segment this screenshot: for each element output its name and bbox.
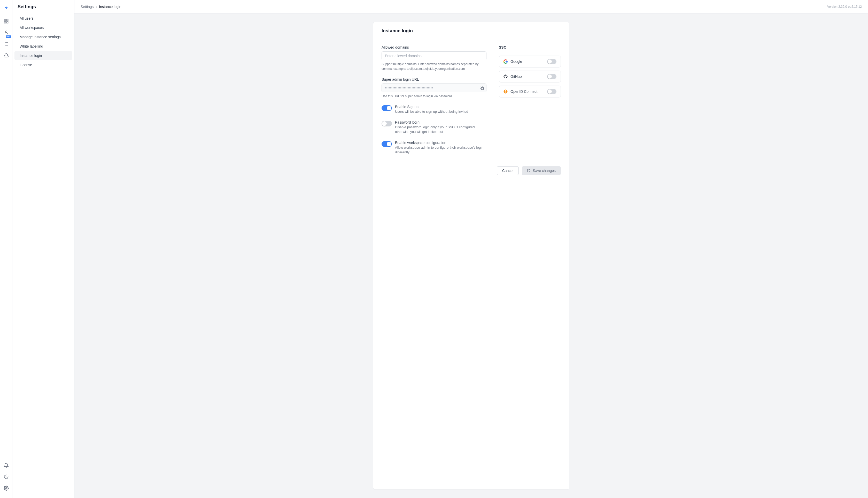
list-icon-button[interactable] bbox=[2, 39, 11, 49]
google-sso-toggle[interactable] bbox=[547, 59, 556, 64]
save-icon bbox=[527, 169, 531, 172]
breadcrumb: Settings › Instance login bbox=[81, 5, 121, 9]
version-text: Version 2.32.0-ee2.15.12 bbox=[827, 5, 862, 9]
password-login-desc: Disable password login only if your SSO … bbox=[395, 125, 486, 134]
sidebar-item-license[interactable]: License bbox=[14, 60, 72, 69]
github-sso-name: GitHub bbox=[511, 75, 522, 79]
sso-google-item: Google bbox=[499, 56, 561, 67]
svg-rect-1 bbox=[6, 19, 8, 21]
card-header: Instance login bbox=[373, 22, 569, 39]
url-field-wrap bbox=[382, 83, 486, 92]
toggle-workspace-config: Enable workspace configuration Allow wor… bbox=[382, 141, 486, 155]
main-content: Settings › Instance login Version 2.32.0… bbox=[74, 0, 868, 498]
users-icon-button[interactable]: Beta bbox=[2, 28, 11, 37]
workspace-config-toggle[interactable] bbox=[382, 141, 392, 147]
enable-signup-label: Enable Signup bbox=[395, 105, 468, 109]
content-area: Instance login Allowed domains Support m… bbox=[74, 13, 868, 498]
settings-icon-button[interactable] bbox=[2, 484, 11, 493]
sso-label: SSO bbox=[499, 45, 561, 49]
password-login-toggle[interactable] bbox=[382, 121, 392, 127]
enable-signup-desc: Users will be able to sign up without be… bbox=[395, 109, 468, 114]
sidebar-item-manage-instance[interactable]: Manage instance settings bbox=[14, 32, 72, 42]
openid-sso-toggle[interactable] bbox=[547, 89, 556, 94]
svg-point-4 bbox=[5, 31, 7, 32]
super-admin-url-hint: Use this URL for super admin to login vi… bbox=[382, 94, 486, 99]
bell-icon-button[interactable] bbox=[2, 461, 11, 470]
breadcrumb-parent[interactable]: Settings bbox=[81, 5, 94, 9]
super-admin-url-field: Super admin login URL Use this URL for s… bbox=[382, 77, 486, 99]
instance-login-card: Instance login Allowed domains Support m… bbox=[373, 22, 569, 490]
enable-signup-toggle[interactable] bbox=[382, 105, 392, 111]
openid-icon bbox=[503, 89, 508, 94]
workspace-config-desc: Allow workspace admin to configure their… bbox=[395, 145, 486, 155]
workspace-config-label: Enable workspace configuration bbox=[395, 141, 486, 145]
card-body: Allowed domains Support multiple domains… bbox=[373, 39, 569, 161]
sidebar-item-all-workspaces[interactable]: All workspaces bbox=[14, 23, 72, 32]
cancel-button[interactable]: Cancel bbox=[497, 166, 519, 175]
moon-icon-button[interactable] bbox=[2, 472, 11, 482]
svg-rect-3 bbox=[6, 22, 8, 23]
toggle-password-login: Password login Disable password login on… bbox=[382, 120, 486, 134]
github-icon bbox=[503, 74, 508, 79]
svg-rect-12 bbox=[481, 88, 484, 90]
google-sso-name: Google bbox=[511, 60, 522, 64]
grid-icon-button[interactable] bbox=[2, 16, 11, 26]
sidebar: Settings All users All workspaces Manage… bbox=[12, 0, 74, 498]
super-admin-url-label: Super admin login URL bbox=[382, 77, 486, 81]
openid-sso-name: OpenID Connect bbox=[511, 90, 537, 94]
beta-badge: Beta bbox=[6, 36, 11, 38]
sidebar-item-white-labelling[interactable]: White labelling bbox=[14, 42, 72, 51]
svg-point-11 bbox=[5, 488, 7, 489]
allowed-domains-label: Allowed domains bbox=[382, 45, 486, 49]
github-sso-toggle[interactable] bbox=[547, 74, 556, 79]
save-changes-label: Save changes bbox=[533, 169, 556, 173]
google-icon bbox=[503, 59, 508, 64]
breadcrumb-current: Instance login bbox=[99, 5, 121, 9]
logo-button[interactable] bbox=[2, 3, 11, 12]
card-footer: Cancel Save changes bbox=[373, 161, 569, 180]
svg-rect-0 bbox=[4, 19, 6, 21]
toggle-enable-signup: Enable Signup Users will be able to sign… bbox=[382, 105, 486, 114]
super-admin-url-input[interactable] bbox=[382, 83, 486, 92]
left-column: Allowed domains Support multiple domains… bbox=[382, 45, 486, 155]
card-title: Instance login bbox=[382, 28, 561, 34]
sso-github-item: GitHub bbox=[499, 70, 561, 82]
sso-openid-item: OpenID Connect bbox=[499, 86, 561, 97]
sidebar-item-all-users[interactable]: All users bbox=[14, 14, 72, 23]
breadcrumb-separator: › bbox=[96, 5, 97, 9]
allowed-domains-hint: Support multiple domains. Enter allowed … bbox=[382, 62, 486, 71]
topbar: Settings › Instance login Version 2.32.0… bbox=[74, 0, 868, 13]
sidebar-item-instance-login[interactable]: Instance login bbox=[14, 51, 72, 60]
allowed-domains-input[interactable] bbox=[382, 51, 486, 60]
right-column: SSO Google bbox=[499, 45, 561, 155]
svg-rect-2 bbox=[4, 22, 6, 23]
copy-icon[interactable] bbox=[480, 86, 484, 90]
icon-bar: Beta bbox=[0, 0, 12, 498]
save-changes-button[interactable]: Save changes bbox=[522, 166, 561, 175]
cloud-icon-button[interactable] bbox=[2, 51, 11, 60]
password-login-label: Password login bbox=[395, 120, 486, 124]
sidebar-title: Settings bbox=[12, 4, 74, 14]
allowed-domains-field: Allowed domains Support multiple domains… bbox=[382, 45, 486, 71]
